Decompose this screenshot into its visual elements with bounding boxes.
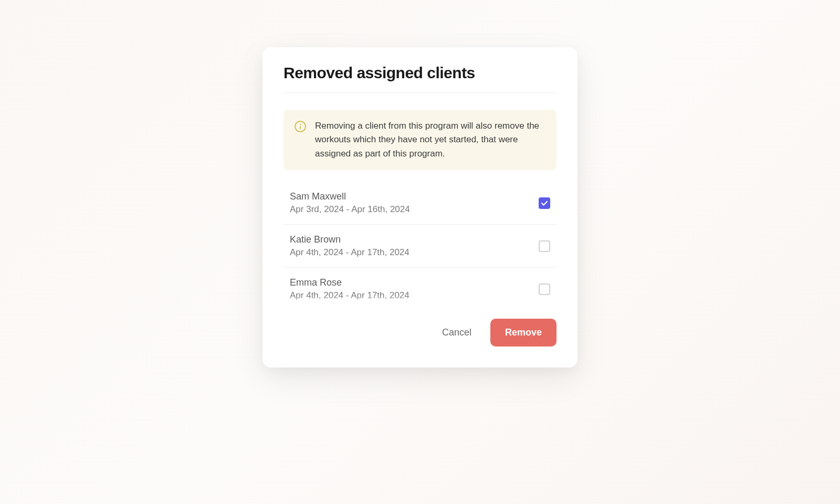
client-info: Sam MaxwellApr 3rd, 2024 - Apr 16th, 202…: [290, 191, 410, 215]
client-info: Katie BrownApr 4th, 2024 - Apr 17th, 202…: [290, 234, 410, 258]
modal-body: Removing a client from this program will…: [262, 93, 578, 306]
client-list: Sam MaxwellApr 3rd, 2024 - Apr 16th, 202…: [284, 187, 556, 306]
modal-header: Removed assigned clients: [262, 47, 578, 92]
client-dates: Apr 3rd, 2024 - Apr 16th, 2024: [290, 204, 410, 215]
svg-rect-2: [300, 126, 301, 129]
cancel-button[interactable]: Cancel: [438, 321, 476, 344]
info-banner: Removing a client from this program will…: [284, 110, 556, 170]
client-name: Katie Brown: [290, 234, 410, 245]
client-row[interactable]: Emma RoseApr 4th, 2024 - Apr 17th, 2024: [284, 268, 556, 306]
client-name: Emma Rose: [290, 277, 410, 288]
client-dates: Apr 4th, 2024 - Apr 17th, 2024: [290, 247, 410, 258]
info-message: Removing a client from this program will…: [315, 119, 546, 161]
svg-point-1: [300, 124, 301, 125]
client-name: Sam Maxwell: [290, 191, 410, 202]
remove-clients-modal: Removed assigned clients Removing a clie…: [262, 47, 578, 368]
client-info: Emma RoseApr 4th, 2024 - Apr 17th, 2024: [290, 277, 410, 301]
info-icon: [294, 120, 307, 133]
client-row[interactable]: Katie BrownApr 4th, 2024 - Apr 17th, 202…: [284, 225, 556, 268]
client-checkbox[interactable]: [539, 197, 550, 209]
client-dates: Apr 4th, 2024 - Apr 17th, 2024: [290, 290, 410, 301]
modal-title: Removed assigned clients: [284, 64, 556, 82]
remove-button[interactable]: Remove: [490, 319, 556, 346]
client-checkbox[interactable]: [539, 284, 550, 295]
client-checkbox[interactable]: [539, 240, 550, 252]
modal-footer: Cancel Remove: [262, 306, 578, 368]
client-row[interactable]: Sam MaxwellApr 3rd, 2024 - Apr 16th, 202…: [284, 187, 556, 225]
